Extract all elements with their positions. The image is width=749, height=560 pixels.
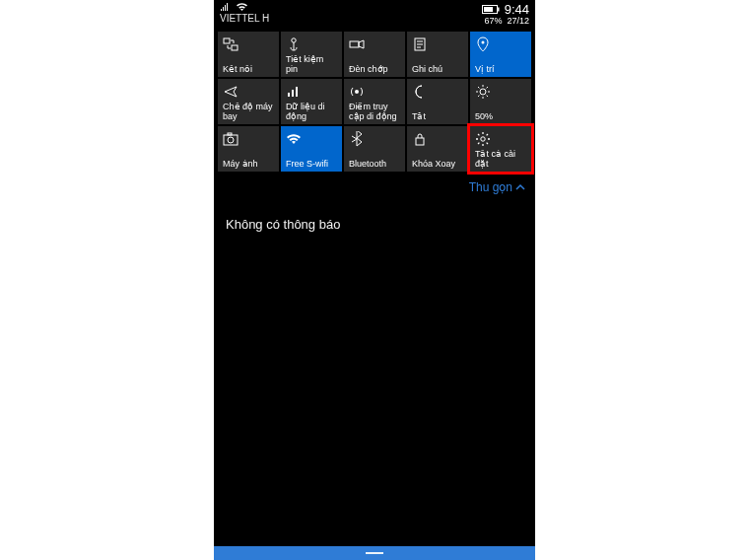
svg-point-12 xyxy=(228,137,234,143)
rotation-lock-icon xyxy=(412,130,463,148)
tile-label: Đèn chớp xyxy=(349,65,400,74)
nav-bar[interactable] xyxy=(214,546,535,560)
tile-label: 50% xyxy=(475,112,526,121)
svg-point-8 xyxy=(482,41,485,44)
wifi-icon xyxy=(286,130,337,148)
tile-airplane[interactable]: Chế độ máy bay xyxy=(218,79,279,124)
collapse-label: Thu gọn xyxy=(469,180,512,194)
clock: 9:44 xyxy=(505,2,529,17)
svg-rect-3 xyxy=(224,38,230,43)
tile-connect[interactable]: Kết nối xyxy=(218,32,279,77)
location-icon xyxy=(475,35,526,53)
tile-rotation[interactable]: Khóa Xoay xyxy=(407,126,468,172)
tile-label: Khóa Xoay xyxy=(412,160,463,169)
camera-icon xyxy=(223,130,274,148)
quick-action-grid: Kết nốiTiết kiệm pinĐèn chớpGhi chúVị tr… xyxy=(214,28,535,172)
flashlight-icon xyxy=(349,35,400,53)
tile-hotspot[interactable]: Điểm truy cập di động xyxy=(344,79,405,124)
connect-icon xyxy=(223,35,274,53)
tile-quiet[interactable]: Tắt xyxy=(407,79,468,124)
tile-camera[interactable]: Máy ảnh xyxy=(218,126,279,172)
svg-rect-2 xyxy=(484,7,493,12)
svg-rect-6 xyxy=(350,41,359,47)
airplane-icon xyxy=(223,83,274,101)
phone-screen: VIETTEL H 9:44 67% 27/12 Kết nốiTiết kiệ… xyxy=(214,0,535,560)
note-icon xyxy=(412,35,463,53)
tile-label: Tiết kiệm pin xyxy=(286,55,337,74)
carrier-label: VIETTEL H xyxy=(220,13,269,24)
tile-label: Tất cả cài đặt xyxy=(475,150,526,169)
tile-flashlight[interactable]: Đèn chớp xyxy=(344,32,405,77)
tile-label: Bluetooth xyxy=(349,160,400,169)
tile-note[interactable]: Ghi chú xyxy=(407,32,468,77)
cellular-icon xyxy=(286,83,337,101)
tile-wifi[interactable]: Free S-wifi xyxy=(281,126,342,172)
svg-rect-1 xyxy=(498,8,500,12)
tile-label: Chế độ máy bay xyxy=(223,103,274,121)
svg-point-15 xyxy=(481,137,485,141)
bluetooth-icon xyxy=(349,130,400,148)
status-date: 27/12 xyxy=(507,16,529,26)
chevron-up-icon xyxy=(515,180,525,194)
moon-icon xyxy=(412,83,463,101)
tile-bluetooth[interactable]: Bluetooth xyxy=(344,126,405,172)
brightness-icon xyxy=(475,83,526,101)
svg-point-5 xyxy=(292,38,296,42)
collapse-button[interactable]: Thu gọn xyxy=(469,180,525,194)
tile-brightness[interactable]: 50% xyxy=(470,79,531,124)
tile-label: Tắt xyxy=(412,112,463,121)
svg-point-9 xyxy=(355,90,359,94)
svg-rect-4 xyxy=(232,45,238,50)
gear-icon xyxy=(475,130,526,148)
tile-label: Dữ liệu di động xyxy=(286,103,337,121)
no-notifications-text: Không có thông báo xyxy=(214,199,535,232)
tile-settings[interactable]: Tất cả cài đặt xyxy=(470,126,531,172)
tile-label: Ghi chú xyxy=(412,65,463,74)
tile-cellular[interactable]: Dữ liệu di động xyxy=(281,79,342,124)
svg-rect-14 xyxy=(416,138,424,145)
wifi-status-icon xyxy=(236,2,248,12)
tile-battery-save[interactable]: Tiết kiệm pin xyxy=(281,32,342,77)
leaf-icon xyxy=(286,35,337,53)
tile-label: Kết nối xyxy=(223,65,274,74)
tile-label: Máy ảnh xyxy=(223,160,274,169)
pull-handle-icon xyxy=(366,552,383,554)
status-bar: VIETTEL H 9:44 67% 27/12 xyxy=(214,0,535,28)
tile-label: Điểm truy cập di động xyxy=(349,103,400,121)
hotspot-icon xyxy=(349,83,400,101)
battery-percent: 67% xyxy=(484,16,502,26)
tile-label: Free S-wifi xyxy=(286,160,337,169)
signal-icon xyxy=(220,2,232,12)
svg-point-10 xyxy=(480,89,486,95)
tile-label: Vị trí xyxy=(475,65,526,74)
battery-icon xyxy=(482,5,500,14)
svg-rect-13 xyxy=(228,133,232,135)
tile-location[interactable]: Vị trí xyxy=(470,32,531,77)
